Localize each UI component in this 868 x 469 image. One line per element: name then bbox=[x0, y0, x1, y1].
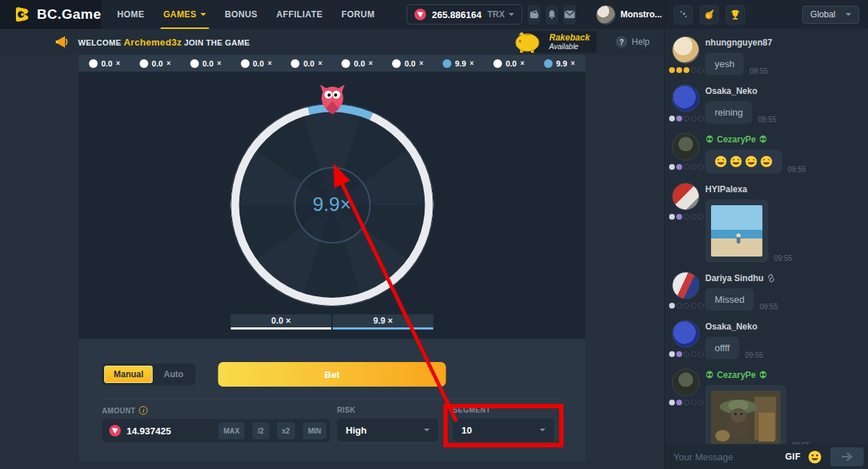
medal-slot-icon bbox=[698, 351, 704, 357]
nav-bonus[interactable]: BONUS bbox=[225, 0, 258, 29]
chat-message-body: HYIPalexa 09:55 bbox=[705, 183, 859, 262]
result-dot-icon bbox=[140, 59, 148, 68]
chat-username[interactable]: CezaryPe bbox=[705, 370, 859, 380]
risk-group: RISK High bbox=[337, 406, 438, 442]
medal-icon bbox=[669, 214, 675, 220]
main-column: BC.Game HOME GAMES BONUS AFFILIATE FORUM… bbox=[0, 0, 664, 469]
medal-slot-icon bbox=[691, 351, 697, 357]
rakeback-subtitle: Available bbox=[549, 43, 590, 51]
segment-select[interactable]: 10 bbox=[453, 418, 554, 442]
beach-photo bbox=[711, 205, 762, 257]
send-arrow-icon bbox=[841, 452, 853, 461]
info-icon: i bbox=[139, 406, 148, 415]
nav-forum[interactable]: FORUM bbox=[341, 0, 375, 29]
chat-username[interactable]: Osaka_Neko bbox=[705, 322, 859, 332]
chat-user-column bbox=[672, 85, 705, 124]
history-value: 0.0 bbox=[303, 59, 314, 68]
bet-button[interactable]: Bet bbox=[218, 362, 446, 387]
nav-games[interactable]: GAMES bbox=[163, 0, 206, 29]
medal-slot-icon bbox=[691, 67, 697, 73]
medal-icon bbox=[669, 67, 675, 73]
auto-mode-button[interactable]: Auto bbox=[154, 366, 192, 383]
nav-affiliate[interactable]: AFFILIATE bbox=[276, 0, 323, 29]
chat-username[interactable]: nhungnguyen87 bbox=[705, 38, 859, 48]
send-message-button[interactable] bbox=[830, 447, 864, 466]
result-history: 0.0× 0.0× 0.0× 0.0× 0.0× 0.0× 0.0× 9.9× … bbox=[79, 55, 585, 72]
fireball-button[interactable] bbox=[699, 5, 719, 25]
user-avatar[interactable] bbox=[672, 133, 699, 160]
nav-games-label: GAMES bbox=[163, 9, 197, 20]
user-avatar[interactable] bbox=[672, 272, 699, 299]
balance-currency: TRX bbox=[488, 9, 514, 20]
amount-label: AMOUNT i bbox=[102, 406, 330, 415]
chat-message: CezaryPe 09:55 bbox=[672, 133, 859, 173]
balance-dropdown[interactable]: 265.886164 TRX bbox=[407, 4, 522, 25]
max-button[interactable]: MAX bbox=[218, 422, 244, 439]
user-avatar[interactable] bbox=[672, 36, 699, 64]
medal-icon bbox=[676, 400, 682, 405]
result-dot-icon bbox=[544, 59, 553, 68]
user-avatar[interactable] bbox=[672, 369, 699, 396]
chat-message-body: Dariya Sindhu Missed 09:55 bbox=[705, 272, 859, 311]
messages-button[interactable] bbox=[563, 5, 576, 25]
result-dot-icon bbox=[392, 59, 401, 68]
laughing-emoji-icon bbox=[715, 155, 727, 168]
rain-button[interactable] bbox=[673, 5, 693, 25]
result-dot-icon bbox=[89, 59, 98, 68]
game-content: 0.0× 0.0× 0.0× 0.0× 0.0× 0.0× 0.0× 9.9× … bbox=[0, 55, 664, 469]
chat-username[interactable]: Osaka_Neko bbox=[705, 86, 859, 96]
user-name: Monstro... bbox=[621, 9, 662, 20]
divider bbox=[102, 398, 562, 399]
rakeback-widget[interactable]: Rakeback Available bbox=[524, 31, 597, 53]
double-button[interactable]: x2 bbox=[277, 422, 295, 439]
min-button[interactable]: MIN bbox=[303, 422, 326, 439]
history-chip-win: 9.9× bbox=[443, 59, 474, 68]
risk-select[interactable]: High bbox=[337, 418, 438, 442]
badge-row bbox=[669, 351, 705, 357]
half-button[interactable]: /2 bbox=[252, 422, 268, 439]
chat-region-dropdown[interactable]: Global bbox=[802, 6, 859, 24]
history-chip: 0.0× bbox=[241, 59, 272, 68]
medal-slot-icon bbox=[698, 400, 704, 405]
bcgame-logo[interactable]: BC.Game bbox=[0, 0, 101, 29]
user-avatar[interactable] bbox=[672, 85, 699, 112]
currency-code: TRX bbox=[488, 9, 505, 20]
chat-sidebar: Global nhungnguyen87 yesh 09:55 bbox=[664, 0, 868, 469]
legend-win: 9.9 × bbox=[333, 314, 433, 330]
medal-slot-icon bbox=[691, 400, 697, 405]
tournament-button[interactable] bbox=[726, 5, 745, 25]
chat-timestamp: 09:55 bbox=[788, 165, 806, 173]
alien-icon bbox=[759, 135, 767, 144]
user-avatar[interactable] bbox=[672, 320, 699, 348]
chat-username[interactable]: CezaryPe bbox=[705, 134, 859, 145]
chat-bubble: Missed bbox=[705, 288, 754, 311]
chat-message-input[interactable]: Your Message bbox=[673, 452, 778, 462]
chat-user-column bbox=[672, 369, 705, 444]
chat-bubble-image[interactable] bbox=[705, 199, 768, 262]
emoji-picker-button[interactable] bbox=[808, 450, 822, 464]
chat-username[interactable]: Dariya Sindhu bbox=[705, 273, 859, 283]
chat-timestamp: 09:55 bbox=[774, 254, 792, 262]
result-dot-icon bbox=[493, 59, 502, 68]
chat-bubble: reining bbox=[705, 101, 752, 124]
laughing-emoji-icon bbox=[760, 155, 773, 168]
medal-slot-icon bbox=[698, 303, 704, 309]
amount-input[interactable] bbox=[127, 426, 210, 436]
notifications-button[interactable] bbox=[546, 5, 558, 25]
gif-button[interactable]: GIF bbox=[786, 452, 801, 462]
chat-user-column bbox=[672, 183, 705, 262]
chat-region-value: Global bbox=[810, 9, 835, 20]
help-button[interactable]: ? Help bbox=[616, 36, 650, 48]
multiplier-symbol: × bbox=[116, 59, 120, 67]
medal-slot-icon bbox=[684, 400, 689, 405]
medal-icon bbox=[669, 303, 675, 309]
nav-home[interactable]: HOME bbox=[117, 0, 145, 29]
wallet-button[interactable] bbox=[528, 5, 540, 25]
chat-bubble-image[interactable] bbox=[705, 385, 786, 444]
chat-username[interactable]: HYIPalexa bbox=[705, 184, 859, 194]
chevron-down-icon bbox=[509, 13, 514, 16]
user-avatar[interactable] bbox=[672, 183, 699, 210]
manual-mode-button[interactable]: Manual bbox=[104, 366, 153, 383]
history-chip: 0.0× bbox=[291, 59, 322, 68]
history-chip: 0.0× bbox=[493, 59, 524, 68]
